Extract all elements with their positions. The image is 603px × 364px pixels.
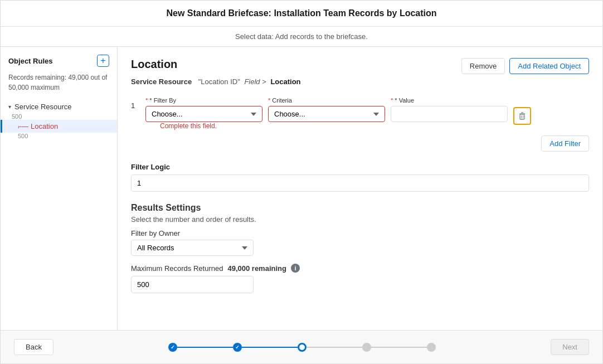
footer: Back Next: [1, 330, 602, 363]
trash-icon: [518, 111, 527, 120]
value-label: * * Value: [391, 97, 508, 104]
sidebar-relation-icon: ⌐—: [18, 123, 28, 130]
filter-by-field: * * Filter By Choose... Complete this fi…: [145, 97, 262, 130]
sidebar: Object Rules + Records remaining: 49,000…: [1, 47, 118, 330]
progress-bar: [168, 343, 436, 352]
chevron-down-icon: ▾: [8, 104, 11, 110]
criteria-label-text: Criteria: [272, 97, 291, 104]
panel-object-title: Location: [131, 58, 177, 71]
step-line-1: [177, 347, 233, 348]
subtitle-text: Select data: Add records to the briefcas…: [235, 32, 368, 41]
filter-by-required: *: [145, 97, 148, 104]
sidebar-location-count: 500: [1, 133, 117, 139]
sidebar-location-label: Location: [31, 122, 58, 130]
breadcrumb-field-type: Field: [244, 77, 260, 86]
sidebar-item-service-resource[interactable]: ▾ Service Resource: [1, 100, 117, 113]
back-button[interactable]: Back: [14, 339, 54, 355]
delete-filter-button[interactable]: [513, 107, 531, 125]
add-object-button[interactable]: +: [97, 55, 109, 67]
app-header: New Standard Briefcase: Installation Tea…: [1, 1, 602, 27]
filter-by-label-text: * Filter By: [149, 97, 176, 104]
add-related-object-button[interactable]: Add Related Object: [509, 58, 589, 74]
breadcrumb-service: Service Resource: [131, 77, 192, 86]
svg-rect-0: [520, 114, 524, 119]
sidebar-service-count: 500: [1, 113, 117, 120]
step-5: [427, 343, 436, 352]
sidebar-service-resource-section: ▾ Service Resource 500 ⌐— Location 500: [1, 98, 117, 142]
filter-group: * * Filter By Choose... Complete this fi…: [145, 97, 589, 130]
records-remaining-text: Records remaining: 49,000 out of 50,000 …: [1, 72, 117, 98]
step-2: [233, 343, 242, 352]
sidebar-item-location[interactable]: ⌐— Location: [1, 120, 117, 133]
value-required: *: [391, 97, 393, 104]
breadcrumb-field-label: [194, 77, 196, 86]
step-line-3: [307, 347, 362, 348]
step-3: [298, 343, 307, 352]
criteria-select[interactable]: Choose...: [268, 106, 385, 122]
sidebar-service-label: Service Resource: [14, 103, 72, 111]
value-field: * * Value: [391, 97, 508, 122]
remove-button[interactable]: Remove: [461, 58, 505, 74]
filter-owner-select[interactable]: All Records My Records Team Records: [131, 240, 254, 256]
sidebar-header: Object Rules +: [1, 55, 117, 72]
value-input[interactable]: [391, 106, 508, 122]
filter-logic-section: Filter Logic: [131, 163, 589, 203]
max-records-remaining: 49,000 remaining: [227, 264, 286, 273]
results-settings-title: Results Settings: [131, 203, 589, 213]
criteria-required: *: [268, 97, 270, 104]
results-settings-section: Results Settings Select the number and o…: [131, 203, 589, 293]
filter-owner-label: Filter by Owner: [131, 229, 589, 237]
filter-logic-label: Filter Logic: [131, 163, 589, 171]
step-4: [362, 343, 371, 352]
panel-top-row: Location Remove Add Related Object: [131, 58, 589, 74]
step-line-2: [242, 347, 298, 348]
next-button[interactable]: Next: [551, 339, 589, 355]
step-1: [168, 343, 177, 352]
add-filter-row: Add Filter: [131, 135, 589, 152]
filter-row: 1 * * Filter By Choose... Complete this …: [131, 97, 589, 130]
subtitle-bar: Select data: Add records to the briefcas…: [1, 27, 602, 47]
max-records-row: Maximum Records Returned 49,000 remainin…: [131, 264, 589, 273]
page-title: New Standard Briefcase: Installation Tea…: [166, 8, 436, 18]
step-line-4: [371, 347, 427, 348]
filter-by-select[interactable]: Choose...: [145, 106, 262, 122]
filter-row-number: 1: [131, 97, 140, 110]
info-icon[interactable]: i: [291, 264, 300, 273]
breadcrumb-separator: Field >: [242, 77, 269, 86]
filter-logic-input[interactable]: [131, 174, 589, 192]
criteria-field: * Criteria Choose...: [268, 97, 385, 122]
criteria-label: * Criteria: [268, 97, 385, 104]
breadcrumb: Service Resource "Location ID" Field > L…: [131, 77, 589, 86]
main-content: Object Rules + Records remaining: 49,000…: [1, 47, 602, 330]
breadcrumb-object: Location: [270, 77, 300, 86]
breadcrumb-field-quote: "Location ID": [198, 77, 240, 86]
max-records-label: Maximum Records Returned: [131, 264, 223, 273]
filter-by-label: * * Filter By: [145, 97, 262, 104]
max-records-input[interactable]: [131, 276, 254, 293]
value-label-text: * Value: [395, 97, 414, 104]
results-settings-subtitle: Select the number and order of results.: [131, 215, 589, 224]
right-panel: Location Remove Add Related Object Servi…: [118, 47, 602, 330]
add-filter-button[interactable]: Add Filter: [541, 135, 589, 152]
filter-error-text: Complete this field.: [145, 122, 262, 130]
sidebar-title: Object Rules: [8, 57, 52, 65]
panel-buttons: Remove Add Related Object: [461, 58, 589, 74]
